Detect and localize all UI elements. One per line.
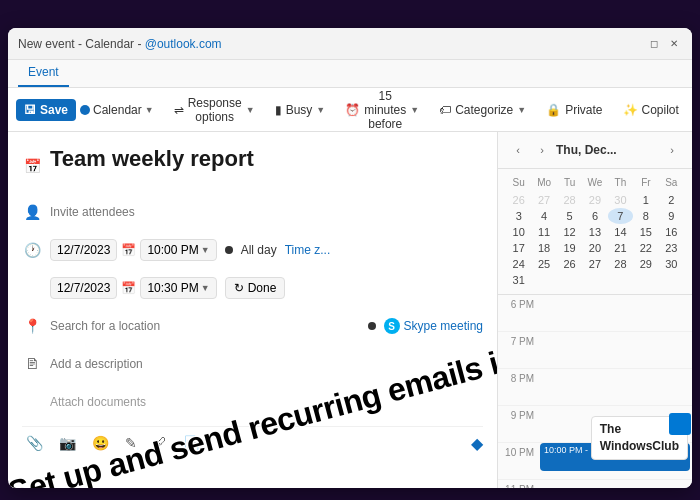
copilot-button[interactable]: ✨ Copilot [615,99,687,121]
reminder-button[interactable]: ⏰ 15 minutes before ▼ [337,85,427,135]
separator-dot [368,322,376,330]
cal-day[interactable]: 11 [531,224,556,240]
cal-day[interactable]: 14 [608,224,633,240]
time-label: 9 PM [498,406,538,421]
time-slot-11pm: 11 PM [498,480,692,488]
calendar-dropdown[interactable]: Calendar ▼ [80,103,154,117]
cal-day[interactable]: 22 [633,240,658,256]
tab-event[interactable]: Event [18,61,69,87]
cal-day[interactable]: 19 [557,240,582,256]
cal-day[interactable]: 31 [506,272,531,288]
location-input[interactable] [50,317,360,335]
prev-month-button[interactable]: ‹ [508,140,528,160]
separator-dot [225,246,233,254]
cal-day[interactable]: 9 [659,208,684,224]
cal-day[interactable]: 29 [633,256,658,272]
cal-day[interactable]: 1 [633,192,658,208]
cal-day[interactable]: 18 [531,240,556,256]
cal-day[interactable]: 5 [557,208,582,224]
prev-week-button[interactable]: › [532,140,552,160]
day-header-sa: Sa [659,175,684,190]
clock-icon: 🕐 [22,242,42,258]
cal-day[interactable]: 29 [582,192,607,208]
done-button[interactable]: ↻ Done [225,277,286,299]
cal-day[interactable]: 24 [506,256,531,272]
cal-day[interactable]: 23 [659,240,684,256]
watermark-line1: The [600,421,679,438]
save-button[interactable]: 🖫 Save [16,99,76,121]
time-slot-9pm: 9 PM The WindowsClub [498,406,692,443]
attendees-input[interactable] [50,203,483,221]
start-time-input[interactable]: 10:00 PM ▼ [140,239,216,261]
month-label: Thu, Dec... [556,143,658,157]
windowsclub-watermark: The WindowsClub [591,416,688,460]
cal-day[interactable]: 25 [531,256,556,272]
cal-day[interactable]: 3 [506,208,531,224]
cal-day[interactable]: 30 [608,192,633,208]
pen-button[interactable]: 🖊 [149,433,171,453]
cal-day-selected[interactable]: 7 [608,208,633,224]
title-icon: 📅 [22,158,42,174]
body-input[interactable] [50,355,483,373]
main-area: 📅 👤 🕐 12/7/2023 📅 10:00 PM ▼ [8,132,692,488]
attach-label[interactable]: Attach documents [50,395,146,409]
event-title-input[interactable] [50,144,483,174]
close-button[interactable]: ✕ [666,36,682,52]
attachment-button[interactable]: 📎 [22,433,47,453]
cal-day[interactable]: 13 [582,224,607,240]
categorize-button[interactable]: 🏷 Categorize ▼ [431,99,534,121]
cal-day[interactable]: 30 [659,256,684,272]
draw-button[interactable]: ✎ [121,433,141,453]
body-row: 🖹 [22,350,483,378]
format-toolbar: 📎 📷 😀 ✎ 🖊 📄 ◆ [22,426,483,459]
cal-day[interactable]: 28 [608,256,633,272]
response-icon: ⇌ [174,103,184,117]
tag-icon: 🏷 [439,103,451,117]
skype-meeting-button[interactable]: S Skype meeting [384,318,483,334]
emoji-button[interactable]: 😀 [88,433,113,453]
cal-day[interactable]: 26 [557,256,582,272]
busy-button[interactable]: ▮ Busy ▼ [267,99,334,121]
time-slots: 6 PM 7 PM 8 PM 9 PM [498,295,692,488]
cal-day[interactable]: 6 [582,208,607,224]
cal-day[interactable]: 8 [633,208,658,224]
cal-day[interactable]: 17 [506,240,531,256]
cal-day[interactable]: 20 [582,240,607,256]
attendees-icon: 👤 [22,204,42,220]
body-icon: 🖹 [22,356,42,372]
response-options-button[interactable]: ⇌ Response options ▼ [166,92,263,128]
calendar-sidebar: ‹ › Thu, Dec... › Su Mo Tu We Th Fr Sa 2… [497,132,692,488]
start-date-input[interactable]: 12/7/2023 [50,239,117,261]
cal-day[interactable]: 2 [659,192,684,208]
day-header-su: Su [506,175,531,190]
next-month-button[interactable]: › [662,140,682,160]
ribbon-tabs: Event [8,60,692,88]
cal-day[interactable]: 28 [557,192,582,208]
cal-day[interactable]: 26 [506,192,531,208]
cal-day[interactable]: 12 [557,224,582,240]
cal-day[interactable]: 21 [608,240,633,256]
image-button[interactable]: 📷 [55,433,80,453]
private-button[interactable]: 🔒 Private [538,99,610,121]
chevron-down-icon: ▼ [316,105,325,115]
end-date-input[interactable]: 12/7/2023 [50,277,117,299]
cal-day[interactable]: 4 [531,208,556,224]
location-row: 📍 S Skype meeting [22,312,483,340]
timezone-button[interactable]: Time z... [285,243,331,257]
cal-day[interactable]: 15 [633,224,658,240]
time-content [538,369,692,405]
day-header-we: We [582,175,607,190]
restore-button[interactable]: ◻ [646,36,662,52]
time-slot-6pm: 6 PM [498,295,692,332]
cal-day[interactable]: 10 [506,224,531,240]
more-options-button[interactable]: ... [691,99,692,121]
table-button[interactable]: 📄 [179,433,204,453]
cal-day[interactable]: 27 [582,256,607,272]
end-time-input[interactable]: 10:30 PM ▼ [140,277,216,299]
attach-row: Attach documents [22,388,483,416]
outlook-window: New event - Calendar - @outlook.com ◻ ✕ … [8,28,692,488]
cal-day[interactable]: 27 [531,192,556,208]
cal-day[interactable]: 16 [659,224,684,240]
end-date-group: 12/7/2023 📅 10:30 PM ▼ [50,277,217,299]
calendar-icon: 📅 [121,243,136,257]
